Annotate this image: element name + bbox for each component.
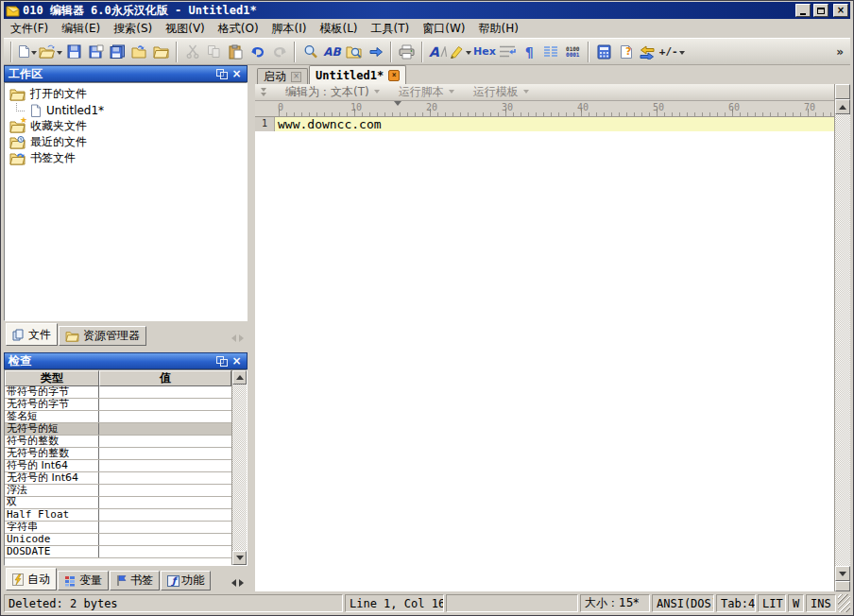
text-editor-content[interactable]: 1 www.downcc.com [255,117,834,591]
redo-button[interactable] [268,40,290,63]
scroll-left-icon[interactable] [231,579,236,587]
open-file-button[interactable] [38,40,63,63]
minimize-button[interactable] [795,4,811,17]
hex-button[interactable]: Hex [472,40,497,63]
menu-item-tools[interactable]: 工具(T) [365,19,417,39]
column-header-value[interactable]: 值 [99,370,231,386]
tab-variables[interactable]: 变量 [58,571,109,590]
tab-close-icon[interactable]: × [291,72,301,82]
template-results-button[interactable]: ? [615,40,637,63]
tree-item-untitled1[interactable]: Untitled1* [5,102,247,118]
table-row[interactable]: 浮法 [5,485,231,497]
font-button[interactable]: A [427,40,449,63]
print-button[interactable] [396,40,418,63]
find-in-files-button[interactable] [343,40,365,63]
tree-item-favorite-files[interactable]: ★ 收藏夹文件 [5,118,247,134]
revert-file-button[interactable] [128,40,150,63]
save-as-button[interactable] [85,40,107,63]
scrollbar-track[interactable] [835,114,850,566]
scroll-up-button[interactable] [232,370,247,385]
editor-scrollbar[interactable] [834,84,850,591]
table-row[interactable]: Half Float [5,509,231,522]
edit-as-dropdown[interactable]: 编辑为：文本(T) [285,84,380,100]
status-insert-mode[interactable]: INS [806,594,836,612]
copy-button[interactable] [203,40,225,63]
tab-auto[interactable]: 自动 [6,568,57,590]
table-row[interactable]: 字符串 [5,522,231,534]
inc-dec-dropdown-icon[interactable] [679,51,685,58]
goto-button[interactable] [365,40,386,63]
status-encoding[interactable]: ANSI(DOS) [652,594,714,612]
column-mode-button[interactable] [540,40,562,63]
scrollbar-track[interactable] [232,385,247,551]
save-button[interactable] [63,40,85,63]
find-button[interactable] [299,40,321,63]
inc-dec-button[interactable]: +/- [658,40,686,63]
calculator-button[interactable] [593,40,615,63]
scrollbar-top-button[interactable] [835,84,850,99]
menu-item-file[interactable]: 文件(F) [4,19,55,39]
scroll-down-button[interactable] [835,566,850,581]
table-row[interactable]: 双 [5,497,231,509]
tab-untitled1[interactable]: Untitled1* × [309,65,406,84]
scrollbar-bottom-button[interactable] [835,581,850,591]
menu-item-format[interactable]: 格式(O) [212,19,265,39]
tree-item-recent-files[interactable]: 最近的文件 [5,134,247,150]
table-row[interactable]: 无符号的整数 [5,448,231,460]
highlight-dropdown-icon[interactable] [466,51,471,58]
tree-item-bookmark-files[interactable]: 书签文件 [5,150,247,166]
tab-explorer[interactable]: 资源管理器 [59,326,146,346]
binary-view-button[interactable]: 01000001 [562,40,584,63]
run-script-dropdown[interactable]: 运行脚本 [399,84,454,100]
table-row[interactable]: DOSDATE [5,546,231,558]
scroll-up-button[interactable] [835,99,850,114]
scroll-left-icon[interactable] [231,334,236,342]
paste-button[interactable] [225,40,247,63]
tree-item-open-files[interactable]: 打开的文件 [5,86,247,102]
collapse-chevron-icon[interactable] [261,88,266,96]
status-tab-size[interactable]: Tab:4 [716,594,756,612]
convert-button[interactable] [637,40,658,63]
table-row[interactable]: 符号的整数 [5,436,231,448]
close-button[interactable]: × [833,4,848,17]
tab-bookmarks[interactable]: 书签 [110,571,160,590]
new-file-dropdown-icon[interactable] [31,51,37,58]
inspector-scrollbar[interactable] [231,370,247,565]
table-row-selected[interactable]: 无符号的短 [5,423,231,436]
menu-item-templates[interactable]: 模板(L) [314,19,365,39]
menu-item-view[interactable]: 视图(V) [159,19,212,39]
table-row[interactable]: 带符号的字节 [5,386,231,399]
inspector-float-button[interactable] [215,355,228,367]
show-paragraph-button[interactable]: ¶ [519,40,540,63]
highlight-button[interactable] [449,40,472,63]
cut-button[interactable] [181,40,203,63]
workspace-close-button[interactable]: × [231,68,243,79]
new-file-button[interactable] [16,40,38,63]
menu-item-window[interactable]: 窗口(W) [416,19,471,39]
scroll-down-button[interactable] [232,551,247,565]
tab-functions[interactable]: ƒ 功能 [161,571,211,590]
inspector-close-button[interactable]: × [231,355,243,367]
tab-startup[interactable]: 启动 × [257,68,308,84]
save-all-button[interactable] [107,40,128,63]
menu-item-scripts[interactable]: 脚本(I) [265,19,314,39]
table-row[interactable]: 无符号的字节 [5,399,231,411]
table-row[interactable]: 签名短 [5,411,231,423]
line-text[interactable]: www.downcc.com [275,117,834,131]
resize-grip[interactable] [838,594,850,612]
table-row[interactable]: 无符号的 Int64 [5,472,231,485]
menu-item-help[interactable]: 帮助(H) [472,19,525,39]
undo-button[interactable] [247,40,268,63]
status-lit-mode[interactable]: LIT [758,594,786,612]
replace-button[interactable]: AB [321,40,343,63]
scroll-right-icon[interactable] [239,579,244,587]
menu-item-edit[interactable]: 编辑(E) [55,19,107,39]
word-wrap-button[interactable] [497,40,519,63]
scroll-right-icon[interactable] [239,334,244,342]
folder-button[interactable] [150,40,172,63]
open-file-dropdown-icon[interactable] [57,51,62,58]
toolbar-overflow-button[interactable]: » [836,45,847,59]
tab-files[interactable]: 文件 [6,323,58,346]
workspace-float-button[interactable] [215,68,228,79]
tab-close-icon[interactable]: × [388,70,400,81]
